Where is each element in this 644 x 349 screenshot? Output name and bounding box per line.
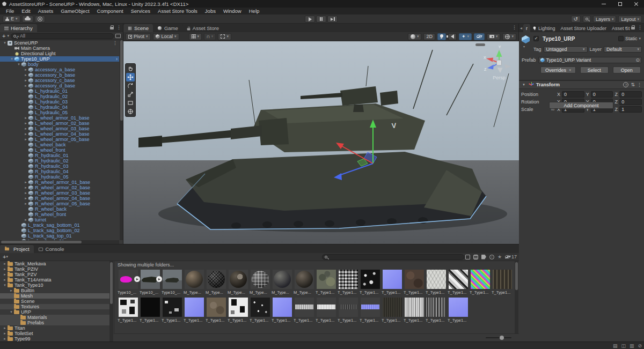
chevron-down-icon[interactable]: ▾ [7,34,9,38]
folder-item[interactable]: ▸Type99 [0,336,109,341]
folder-item[interactable]: Scene [0,299,109,304]
scale-tool-button[interactable] [126,90,135,99]
menu-item-assets[interactable]: Assets [34,8,57,14]
presets-icon[interactable]: ⇅ [631,82,635,87]
folder-item[interactable]: ▸Titan [0,325,109,331]
move-tool-button[interactable] [126,73,135,81]
z-value-field[interactable]: 0 [619,99,642,105]
asset-item[interactable]: T_Type1... [338,270,358,295]
menu-item-window[interactable]: Window [219,8,245,14]
hierarchy-item[interactable]: ▸accessory_c_base [0,78,119,83]
folder-item[interactable]: ▸Tank_PZIV [0,266,109,272]
foldout-arrow[interactable]: ▸ [2,331,8,336]
foldout-arrow[interactable]: ▸ [23,73,28,77]
foldout-arrow[interactable]: ▸ [23,191,28,195]
folder-item[interactable]: Materials [0,315,109,320]
tab-asset-store[interactable]: Asset Store [182,24,223,32]
tag-dropdown[interactable]: Untagged▾ [544,46,588,53]
folder-item[interactable]: ▾Tank_Type10 [0,283,109,288]
thumbnail-zoom-slider[interactable] [486,337,511,338]
folder-item[interactable]: Mesh [0,293,109,299]
persp-label[interactable]: Persp [493,75,506,80]
hierarchy-item[interactable]: ▸accessory_a_base [0,67,119,72]
asset-item[interactable]: T_Type1... [426,298,447,323]
hierarchy-item[interactable]: L_wheel_front [0,147,119,153]
asset-item[interactable]: T_Type1... [206,298,226,323]
services-button[interactable] [35,16,45,23]
layout-dropdown[interactable]: Layout▾ [618,16,642,23]
hierarchy-item[interactable]: L_wheel_back [0,142,119,147]
foldout-arrow[interactable]: ▸ [2,272,8,277]
hierarchy-item[interactable]: ▸L_wheel_armor_05_base [0,137,119,142]
rect-tool-button[interactable] [126,99,135,107]
step-button[interactable] [327,16,338,23]
expand-play-icon[interactable] [134,276,140,282]
hierarchy-search-input[interactable]: ▾ All [11,33,114,39]
foldout-arrow[interactable]: ▸ [2,326,8,330]
asset-item[interactable]: T_Type1... [448,298,469,323]
favorites-star-icon[interactable]: ★ [497,254,502,259]
cloud-button[interactable] [22,16,33,23]
hierarchy-item[interactable]: ▸R_wheel_armor_03_base [0,190,119,196]
scene-viewport[interactable]: V [123,41,518,244]
grid-snap-dropdown[interactable]: ▾ [189,33,202,40]
asset-item[interactable]: T_Type1... [404,270,425,295]
hierarchy-item[interactable]: ▸R_wheel_armor_02_base [0,185,119,190]
asset-item[interactable]: T_Type1... [140,298,160,323]
foldout-arrow[interactable]: ▸ [23,68,28,72]
hierarchy-item[interactable]: ▸L_wheel_armor_04_base [0,131,119,137]
menu-item-services[interactable]: Services [127,8,154,14]
lock-icon[interactable] [631,27,635,29]
foldout-arrow[interactable]: ▾ [2,41,8,45]
asset-item[interactable]: T_Type1... [360,298,380,323]
foldout-arrow[interactable]: ▸ [9,288,14,293]
prefab-object-field[interactable]: Type10_URP Variant ⊙ [538,57,642,63]
lighting-toggle[interactable] [437,33,446,40]
asset-item[interactable]: T_Type1... [294,298,314,323]
menu-item-jobs[interactable]: Jobs [201,8,219,14]
chevron-down-icon[interactable]: ▾ [6,255,8,259]
asset-item[interactable]: M_Type... [228,270,248,295]
asset-item[interactable]: T_Type1... [316,298,336,323]
tab-r[interactable]: r [523,24,530,32]
overlay-handle[interactable] [475,43,485,46]
folder-item[interactable]: Textures [0,304,109,309]
hierarchy-item[interactable]: L_track_sag_bottom_02 [0,228,119,233]
foldout-arrow[interactable]: ▸ [23,137,28,142]
asset-grid-scrollbar[interactable] [515,261,518,333]
tab-scene[interactable]: Scene [123,24,153,32]
draw-mode-dropdown[interactable]: ▾ [408,33,422,40]
foldout-arrow[interactable]: ▸ [23,127,28,131]
hand-tool-button[interactable] [126,64,135,73]
chevron-down-icon[interactable]: ▾ [639,36,641,41]
asset-item[interactable]: M_Type... [294,270,314,295]
folder-item[interactable]: ▸Tank_T14Armata [0,277,109,283]
packages-filter-icon[interactable] [473,255,478,259]
hierarchy-item[interactable]: L_hydraulic_04 [0,105,119,110]
hierarchy-item[interactable]: R_wheel_back [0,206,119,212]
account-button[interactable]: E ▾ [3,16,20,23]
expand-play-icon[interactable] [156,276,162,282]
maximize-button[interactable] [612,0,628,8]
menu-item-edit[interactable]: Edit [18,8,34,14]
foldout-arrow[interactable]: ▾ [521,83,526,87]
hierarchy-item[interactable]: ▾Type10_URP› [0,56,119,62]
asset-item[interactable]: M_Type... [250,270,270,295]
menu-item-gameobject[interactable]: GameObject [57,8,93,14]
2d-toggle[interactable]: 2D [423,33,435,40]
hierarchy-vertical-scrollbar[interactable] [120,40,123,240]
foldout-arrow[interactable]: ▸ [23,196,28,201]
tab-game[interactable]: Game [153,24,182,32]
hierarchy-item[interactable]: R_wheel_front [0,212,119,217]
add-component-button[interactable]: Add Component [549,102,613,109]
foldout-arrow[interactable]: ▾ [16,62,21,66]
close-button[interactable] [628,0,644,8]
asset-item[interactable]: Type10_... [118,270,138,295]
local-dropdown[interactable]: Local▾ [153,33,179,40]
folder-item[interactable]: ▸Tank_PZV [0,272,109,277]
asset-item[interactable]: T_Type1... [272,298,292,323]
asset-item[interactable]: T_Type1... [426,270,447,295]
search-button[interactable] [583,16,591,23]
scene-visibility-icon[interactable] [115,34,121,38]
hierarchy-item[interactable]: R_hydraulic_03 [0,164,119,169]
